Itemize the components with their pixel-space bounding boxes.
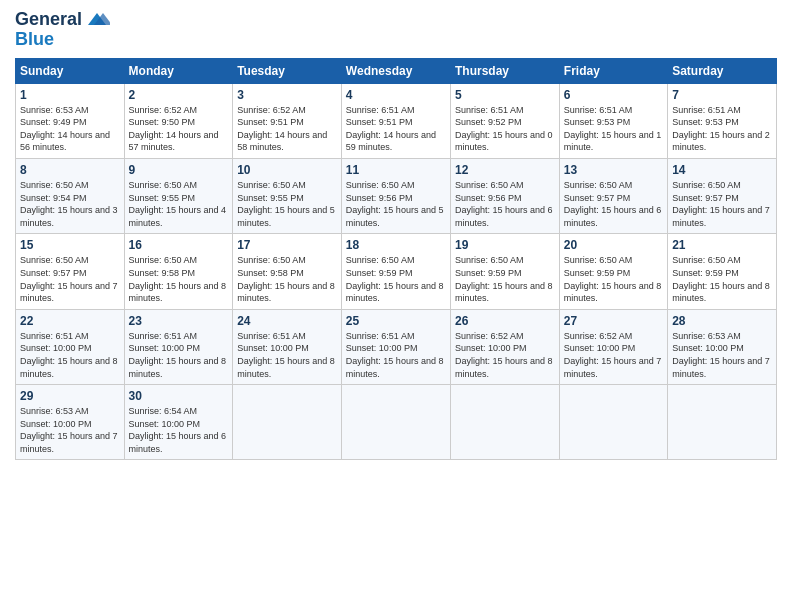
weekday-header: Saturday	[668, 58, 777, 83]
day-number: 25	[346, 314, 446, 328]
day-info: Sunrise: 6:50 AMSunset: 9:57 PMDaylight:…	[564, 179, 663, 229]
weekday-header-row: SundayMondayTuesdayWednesdayThursdayFrid…	[16, 58, 777, 83]
day-info: Sunrise: 6:54 AMSunset: 10:00 PMDaylight…	[129, 405, 229, 455]
day-number: 27	[564, 314, 663, 328]
day-info: Sunrise: 6:51 AMSunset: 9:52 PMDaylight:…	[455, 104, 555, 154]
calendar-cell: 7Sunrise: 6:51 AMSunset: 9:53 PMDaylight…	[668, 83, 777, 158]
day-number: 19	[455, 238, 555, 252]
calendar-cell: 12Sunrise: 6:50 AMSunset: 9:56 PMDayligh…	[450, 158, 559, 233]
day-info: Sunrise: 6:52 AMSunset: 9:51 PMDaylight:…	[237, 104, 337, 154]
day-info: Sunrise: 6:50 AMSunset: 9:55 PMDaylight:…	[129, 179, 229, 229]
day-info: Sunrise: 6:50 AMSunset: 9:56 PMDaylight:…	[346, 179, 446, 229]
calendar-cell: 5Sunrise: 6:51 AMSunset: 9:52 PMDaylight…	[450, 83, 559, 158]
day-number: 5	[455, 88, 555, 102]
day-number: 1	[20, 88, 120, 102]
weekday-header: Friday	[559, 58, 667, 83]
calendar-cell: 2Sunrise: 6:52 AMSunset: 9:50 PMDaylight…	[124, 83, 233, 158]
day-number: 12	[455, 163, 555, 177]
calendar-week-row: 1Sunrise: 6:53 AMSunset: 9:49 PMDaylight…	[16, 83, 777, 158]
calendar-cell: 28Sunrise: 6:53 AMSunset: 10:00 PMDaylig…	[668, 309, 777, 384]
day-number: 21	[672, 238, 772, 252]
day-number: 20	[564, 238, 663, 252]
day-info: Sunrise: 6:52 AMSunset: 10:00 PMDaylight…	[564, 330, 663, 380]
page: General Blue SundayMondayTuesdayWednesda…	[0, 0, 792, 612]
calendar-table: SundayMondayTuesdayWednesdayThursdayFrid…	[15, 58, 777, 461]
day-info: Sunrise: 6:53 AMSunset: 10:00 PMDaylight…	[20, 405, 120, 455]
logo: General Blue	[15, 10, 110, 50]
calendar-cell: 27Sunrise: 6:52 AMSunset: 10:00 PMDaylig…	[559, 309, 667, 384]
day-number: 9	[129, 163, 229, 177]
calendar-cell	[341, 385, 450, 460]
calendar-cell	[450, 385, 559, 460]
calendar-cell: 15Sunrise: 6:50 AMSunset: 9:57 PMDayligh…	[16, 234, 125, 309]
calendar-cell: 17Sunrise: 6:50 AMSunset: 9:58 PMDayligh…	[233, 234, 342, 309]
calendar-cell: 21Sunrise: 6:50 AMSunset: 9:59 PMDayligh…	[668, 234, 777, 309]
day-number: 15	[20, 238, 120, 252]
day-number: 30	[129, 389, 229, 403]
calendar-cell: 23Sunrise: 6:51 AMSunset: 10:00 PMDaylig…	[124, 309, 233, 384]
day-info: Sunrise: 6:50 AMSunset: 9:57 PMDaylight:…	[672, 179, 772, 229]
day-number: 2	[129, 88, 229, 102]
calendar-cell: 10Sunrise: 6:50 AMSunset: 9:55 PMDayligh…	[233, 158, 342, 233]
logo-general: General	[15, 10, 82, 30]
calendar-cell	[233, 385, 342, 460]
day-number: 11	[346, 163, 446, 177]
day-info: Sunrise: 6:50 AMSunset: 9:54 PMDaylight:…	[20, 179, 120, 229]
logo-blue: Blue	[15, 30, 54, 50]
day-number: 23	[129, 314, 229, 328]
day-info: Sunrise: 6:53 AMSunset: 9:49 PMDaylight:…	[20, 104, 120, 154]
calendar-cell: 9Sunrise: 6:50 AMSunset: 9:55 PMDaylight…	[124, 158, 233, 233]
calendar-cell: 20Sunrise: 6:50 AMSunset: 9:59 PMDayligh…	[559, 234, 667, 309]
calendar-cell: 29Sunrise: 6:53 AMSunset: 10:00 PMDaylig…	[16, 385, 125, 460]
calendar-cell: 3Sunrise: 6:52 AMSunset: 9:51 PMDaylight…	[233, 83, 342, 158]
calendar-cell: 26Sunrise: 6:52 AMSunset: 10:00 PMDaylig…	[450, 309, 559, 384]
weekday-header: Tuesday	[233, 58, 342, 83]
calendar-cell: 8Sunrise: 6:50 AMSunset: 9:54 PMDaylight…	[16, 158, 125, 233]
calendar-cell	[668, 385, 777, 460]
logo-icon	[84, 11, 110, 29]
day-number: 26	[455, 314, 555, 328]
day-number: 4	[346, 88, 446, 102]
day-info: Sunrise: 6:50 AMSunset: 9:59 PMDaylight:…	[564, 254, 663, 304]
day-info: Sunrise: 6:51 AMSunset: 9:53 PMDaylight:…	[672, 104, 772, 154]
day-info: Sunrise: 6:50 AMSunset: 9:57 PMDaylight:…	[20, 254, 120, 304]
day-number: 17	[237, 238, 337, 252]
calendar-cell: 24Sunrise: 6:51 AMSunset: 10:00 PMDaylig…	[233, 309, 342, 384]
calendar-cell: 30Sunrise: 6:54 AMSunset: 10:00 PMDaylig…	[124, 385, 233, 460]
weekday-header: Monday	[124, 58, 233, 83]
day-number: 29	[20, 389, 120, 403]
calendar-cell: 16Sunrise: 6:50 AMSunset: 9:58 PMDayligh…	[124, 234, 233, 309]
day-info: Sunrise: 6:50 AMSunset: 9:55 PMDaylight:…	[237, 179, 337, 229]
day-number: 22	[20, 314, 120, 328]
calendar-cell	[559, 385, 667, 460]
day-number: 3	[237, 88, 337, 102]
calendar-week-row: 22Sunrise: 6:51 AMSunset: 10:00 PMDaylig…	[16, 309, 777, 384]
day-info: Sunrise: 6:50 AMSunset: 9:58 PMDaylight:…	[129, 254, 229, 304]
day-info: Sunrise: 6:51 AMSunset: 9:53 PMDaylight:…	[564, 104, 663, 154]
day-number: 8	[20, 163, 120, 177]
day-info: Sunrise: 6:51 AMSunset: 9:51 PMDaylight:…	[346, 104, 446, 154]
day-number: 10	[237, 163, 337, 177]
calendar-cell: 11Sunrise: 6:50 AMSunset: 9:56 PMDayligh…	[341, 158, 450, 233]
weekday-header: Thursday	[450, 58, 559, 83]
calendar-week-row: 29Sunrise: 6:53 AMSunset: 10:00 PMDaylig…	[16, 385, 777, 460]
calendar-cell: 1Sunrise: 6:53 AMSunset: 9:49 PMDaylight…	[16, 83, 125, 158]
calendar-cell: 6Sunrise: 6:51 AMSunset: 9:53 PMDaylight…	[559, 83, 667, 158]
day-number: 24	[237, 314, 337, 328]
day-number: 16	[129, 238, 229, 252]
day-info: Sunrise: 6:51 AMSunset: 10:00 PMDaylight…	[346, 330, 446, 380]
day-info: Sunrise: 6:52 AMSunset: 9:50 PMDaylight:…	[129, 104, 229, 154]
day-number: 13	[564, 163, 663, 177]
calendar-cell: 18Sunrise: 6:50 AMSunset: 9:59 PMDayligh…	[341, 234, 450, 309]
day-info: Sunrise: 6:50 AMSunset: 9:56 PMDaylight:…	[455, 179, 555, 229]
calendar-week-row: 8Sunrise: 6:50 AMSunset: 9:54 PMDaylight…	[16, 158, 777, 233]
day-info: Sunrise: 6:52 AMSunset: 10:00 PMDaylight…	[455, 330, 555, 380]
calendar-cell: 4Sunrise: 6:51 AMSunset: 9:51 PMDaylight…	[341, 83, 450, 158]
calendar-cell: 19Sunrise: 6:50 AMSunset: 9:59 PMDayligh…	[450, 234, 559, 309]
day-info: Sunrise: 6:50 AMSunset: 9:59 PMDaylight:…	[346, 254, 446, 304]
header: General Blue	[15, 10, 777, 50]
day-number: 18	[346, 238, 446, 252]
day-info: Sunrise: 6:53 AMSunset: 10:00 PMDaylight…	[672, 330, 772, 380]
calendar-cell: 25Sunrise: 6:51 AMSunset: 10:00 PMDaylig…	[341, 309, 450, 384]
day-info: Sunrise: 6:50 AMSunset: 9:58 PMDaylight:…	[237, 254, 337, 304]
